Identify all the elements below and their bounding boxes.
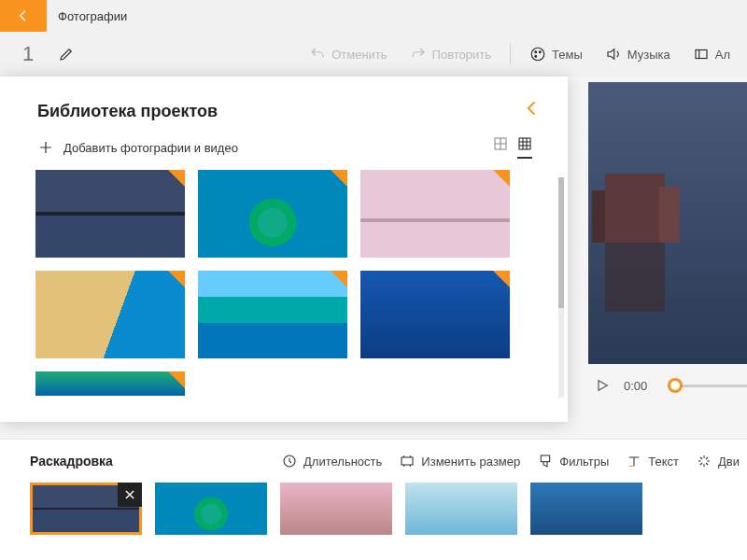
library-tile[interactable] [360,271,510,358]
storyboard: Раскадровка Длительность Изменить размер… [0,439,747,560]
add-media-label: Добавить фотографии и видео [63,141,238,155]
library-tile[interactable] [198,170,347,258]
text-label: Текст [648,455,679,469]
castle-shape [605,174,665,243]
library-tile[interactable] [35,170,185,258]
motion-label: Дви [718,455,740,469]
preview-pane: 0:00 [588,77,747,439]
remove-clip-button[interactable] [118,483,142,507]
pencil-icon [58,46,75,63]
resize-label: Изменить размер [421,455,520,469]
used-marker-icon [331,170,347,187]
redo-button[interactable]: Повторить [401,40,500,68]
themes-button[interactable]: Темы [520,40,592,68]
timeline-slider[interactable] [668,385,747,387]
view-small-button[interactable] [517,136,532,159]
svg-point-2 [539,51,541,53]
rename-button[interactable] [49,40,84,68]
aspect-label: Ал [715,48,730,62]
music-button[interactable]: Музыка [596,40,680,68]
duration-label: Длительность [303,455,382,469]
toolbar: 1 Отменить Повторить Темы Музыка Ал [0,32,747,77]
view-large-button[interactable] [493,136,508,159]
svg-rect-4 [696,50,707,59]
project-number: 1 [7,42,45,66]
app-title: Фотографии [47,0,127,32]
library-tile[interactable] [35,371,185,396]
redo-icon [410,46,427,63]
used-marker-icon [493,170,510,187]
used-marker-icon [331,271,347,287]
library-panel: Библиотека проектов Добавить фотографии … [0,77,568,422]
svg-point-0 [531,48,544,61]
used-marker-icon [168,371,185,388]
used-marker-icon [493,271,510,287]
redo-label: Повторить [432,48,491,62]
plus-icon [37,139,54,156]
text-button[interactable]: Текст [626,453,679,469]
storyboard-title: Раскадровка [30,454,113,469]
svg-rect-8 [402,457,413,465]
preview-image[interactable] [588,82,747,364]
library-scrollbar-thumb[interactable] [558,177,564,308]
add-media-button[interactable]: Добавить фотографии и видео [37,139,238,156]
undo-label: Отменить [331,48,387,62]
duration-button[interactable]: Длительность [281,453,382,469]
castle-shape [659,187,680,243]
speaker-icon [605,46,622,63]
svg-point-1 [535,51,537,53]
filters-label: Фильтры [559,455,609,469]
svg-rect-6 [519,138,530,149]
themes-label: Темы [552,48,583,62]
timeline-knob[interactable] [668,378,683,393]
storyboard-clip[interactable] [530,483,642,535]
resize-icon [399,453,416,469]
library-tile[interactable] [198,271,347,358]
svg-point-3 [535,55,537,57]
preview-time: 0:00 [624,379,647,393]
svg-rect-9 [542,455,550,462]
library-tile[interactable] [35,271,185,358]
filters-icon [537,453,554,469]
aspect-button[interactable]: Ал [684,40,740,68]
reflection-shape [605,243,665,312]
aspect-icon [693,46,710,63]
separator [510,44,511,64]
collapse-button[interactable] [523,99,542,123]
resize-button[interactable]: Изменить размер [399,453,520,469]
palette-icon [529,46,546,63]
storyboard-clip[interactable] [280,483,392,535]
undo-button[interactable]: Отменить [300,40,396,68]
storyboard-clip[interactable] [30,483,142,535]
used-marker-icon [168,271,185,287]
library-grid [0,170,568,396]
storyboard-clip[interactable] [155,483,267,535]
motion-icon [696,453,712,469]
arrow-left-icon [15,7,32,24]
back-button[interactable] [0,0,47,32]
text-icon [626,453,642,469]
used-marker-icon [168,170,185,187]
undo-icon [309,46,326,63]
library-tile[interactable] [360,170,510,258]
library-title: Библиотека проектов [37,102,218,121]
clock-icon [281,453,298,469]
storyboard-clip[interactable] [405,483,517,535]
motion-button[interactable]: Дви [696,453,740,469]
play-button[interactable] [594,377,611,394]
filters-button[interactable]: Фильтры [537,453,609,469]
storyboard-strip [30,483,747,535]
music-label: Музыка [627,48,670,62]
